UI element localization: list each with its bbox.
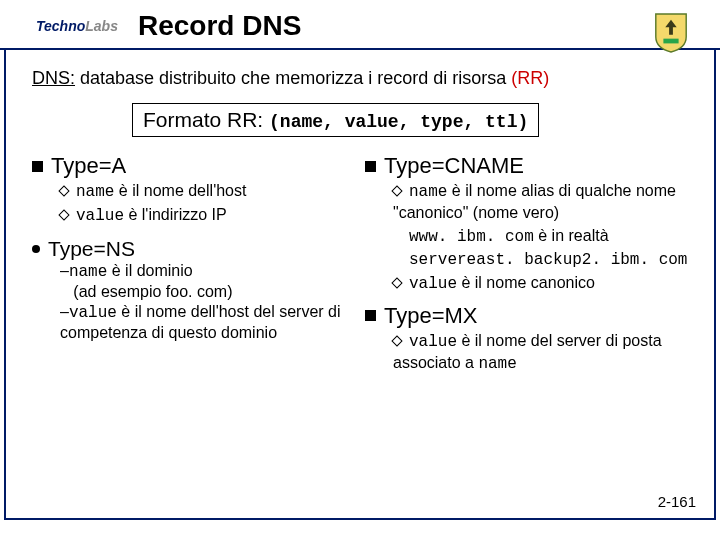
crest-icon — [652, 10, 690, 54]
type-cname-example2: servereast. backup2. ibm. com — [365, 249, 688, 271]
square-bullet-icon — [365, 310, 376, 321]
type-a-line1: name è il nome dell'host — [32, 181, 355, 203]
type-ns-line2: –value è il nome dell'host del server di… — [32, 302, 355, 343]
diamond-bullet-icon — [391, 278, 402, 289]
intro-text: database distribuito che memorizza i rec… — [75, 68, 511, 88]
right-column: Type=CNAME name è il nome alias di qualc… — [365, 151, 688, 375]
content-frame: DNS: database distribuito che memorizza … — [4, 50, 716, 520]
diamond-bullet-icon — [58, 209, 69, 220]
format-label: Formato RR: — [143, 108, 269, 131]
type-cname-example1: www. ibm. com è in realtà — [365, 226, 688, 248]
diamond-bullet-icon — [391, 185, 402, 196]
intro-line: DNS: database distribuito che memorizza … — [32, 68, 688, 89]
rr-paren: (RR) — [511, 68, 549, 88]
dash-bullet-icon: – — [60, 262, 69, 279]
format-box: Formato RR: (name, value, type, ttl) — [132, 103, 539, 137]
type-mx-heading: Type=MX — [365, 303, 688, 329]
logo-text-gray: Labs — [85, 18, 118, 34]
type-cname-heading: Type=CNAME — [365, 153, 688, 179]
disc-bullet-icon — [32, 245, 40, 253]
type-a-heading: Type=A — [32, 153, 355, 179]
diamond-bullet-icon — [391, 335, 402, 346]
page-number: 2-161 — [658, 493, 696, 510]
type-ns-heading: Type=NS — [32, 237, 355, 261]
type-ns-line1: –name è il dominio (ad esempio foo. com) — [32, 261, 355, 302]
square-bullet-icon — [365, 161, 376, 172]
technolabs-logo: TechnoLabs — [30, 18, 118, 34]
logo-text-dark: Techno — [36, 18, 85, 34]
format-tuple: (name, value, type, ttl) — [269, 112, 528, 132]
slide-title: Record DNS — [138, 10, 301, 42]
diamond-bullet-icon — [58, 185, 69, 196]
type-a-line2: value è l'indirizzo IP — [32, 205, 355, 227]
type-cname-line2: value è il nome canonico — [365, 273, 688, 295]
square-bullet-icon — [32, 161, 43, 172]
dns-label: DNS: — [32, 68, 75, 88]
left-column: Type=A name è il nome dell'host value è … — [32, 151, 355, 375]
type-mx-line1: value è il nome del server di posta asso… — [365, 331, 688, 375]
type-cname-line1: name è il nome alias di qualche nome "ca… — [365, 181, 688, 224]
slide-header: TechnoLabs Record DNS — [0, 0, 720, 50]
dash-bullet-icon: – — [60, 303, 69, 320]
svg-rect-0 — [663, 39, 678, 44]
